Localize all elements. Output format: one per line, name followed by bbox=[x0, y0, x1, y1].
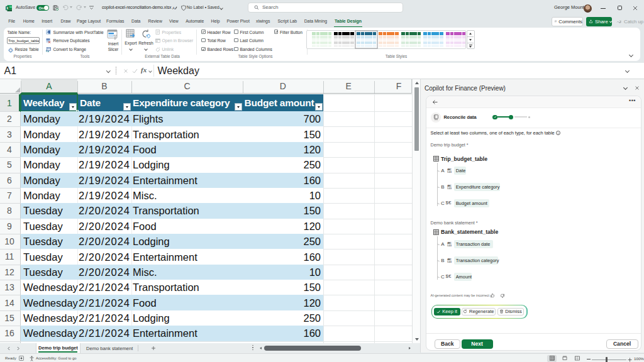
svg-text:123: 123 bbox=[447, 244, 452, 247]
svg-text:A: A bbox=[172, 6, 175, 10]
svg-text:123: 123 bbox=[447, 171, 452, 174]
svg-text:123: 123 bbox=[447, 187, 452, 190]
svg-text:123: 123 bbox=[447, 260, 452, 263]
